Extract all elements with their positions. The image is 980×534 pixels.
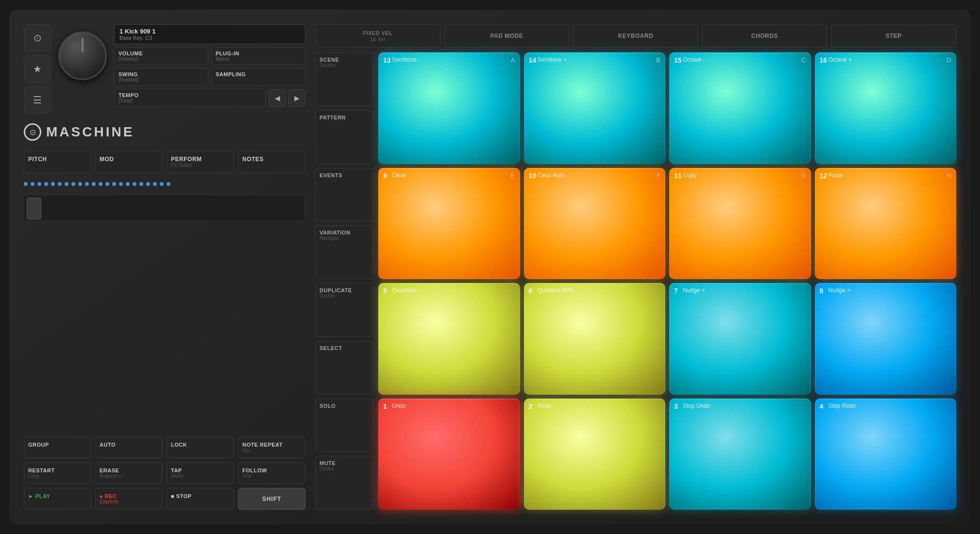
sampling-button[interactable]: SAMPLING [211, 68, 305, 86]
stop-button[interactable]: ■ STOP [167, 488, 234, 510]
duplicate-button[interactable]: DUPLICATE Double [315, 283, 373, 337]
fixed-vel-button[interactable]: FIXED VEL 16 Vel [315, 24, 440, 48]
logo-area: ⊙ MASCHINE [24, 123, 305, 141]
track-display: 1 Kick 909 1 Base Key: C3 [114, 24, 305, 44]
dot-19 [146, 182, 150, 186]
pad-5[interactable]: 5 Quantize [378, 283, 520, 395]
maschine-device: ⊙ ★ ☰ 1 Kick 909 1 Base Key: C3 VOLUME [… [9, 10, 971, 524]
dot-13 [105, 182, 109, 186]
logo-icon: ⊙ [24, 123, 41, 141]
solo-button[interactable]: SOLO [315, 399, 373, 452]
dot-8 [71, 182, 75, 186]
pad-14[interactable]: 14 Semitone + B [524, 52, 666, 164]
notes-button[interactable]: NOTES [238, 150, 305, 173]
dot-2 [31, 182, 34, 186]
chords-button[interactable]: CHORDS [702, 24, 828, 48]
pad-16[interactable]: 16 Octave + D [815, 52, 957, 164]
function-buttons: PITCH MOD PERFORM FX Select NOTES [24, 150, 305, 173]
pad-15[interactable]: 15 Octave - C [669, 52, 811, 164]
tempo-down-button[interactable]: ◀ [269, 89, 286, 107]
perform-button[interactable]: PERFORM FX Select [167, 150, 234, 173]
pattern-button[interactable]: PATTERN [315, 110, 373, 164]
right-panel: FIXED VEL 16 Vel PAD MODE KEYBOARD CHORD… [315, 24, 956, 510]
top-controls: ⊙ ★ ☰ 1 Kick 909 1 Base Key: C3 VOLUME [… [24, 24, 305, 114]
pad-11[interactable]: 11 Copy G [669, 168, 811, 280]
group-button[interactable]: GROUP [24, 436, 91, 458]
slider-area[interactable] [24, 195, 305, 221]
tempo-button[interactable]: TEMPO [Tune] [114, 89, 266, 107]
dot-12 [99, 182, 102, 186]
plugin-button[interactable]: PLUG-IN Macro [211, 47, 305, 65]
section-buttons: SCENE Section PATTERN EVENTS VARIATION N… [315, 52, 373, 510]
events-button[interactable]: EVENTS [315, 168, 373, 222]
variation-button[interactable]: VARIATION Navigate [315, 225, 373, 279]
note-repeat-button[interactable]: NOTE REPEAT Arp [238, 436, 305, 458]
dot-14 [112, 182, 116, 186]
keyboard-button[interactable]: KEYBOARD [573, 24, 698, 48]
auto-button[interactable]: AUTO [95, 436, 163, 458]
star-button[interactable]: ★ [24, 55, 51, 83]
pad-12[interactable]: 12 Paste H [815, 168, 957, 280]
dot-17 [133, 182, 136, 186]
follow-button[interactable]: FOLLOW Grid [238, 462, 305, 484]
rec-button[interactable]: ● REC Count-In [95, 488, 163, 510]
tempo-row: TEMPO [Tune] ◀ ▶ [114, 89, 305, 107]
mod-button[interactable]: MOD [95, 150, 163, 173]
dot-1 [24, 182, 28, 186]
step-button[interactable]: STEP [831, 24, 956, 48]
param-row-2: SWING [Position] SAMPLING [114, 68, 305, 86]
left-panel: ⊙ ★ ☰ 1 Kick 909 1 Base Key: C3 VOLUME [… [24, 24, 305, 510]
dot-20 [153, 182, 157, 186]
swing-button[interactable]: SWING [Position] [114, 68, 208, 86]
restart-button[interactable]: RESTART Loop [24, 462, 91, 484]
slider-thumb [27, 198, 41, 219]
pad-13[interactable]: 13 Semitone - A [378, 52, 520, 164]
shift-button[interactable]: SHIFT [238, 488, 305, 510]
pad-6[interactable]: 6 Quantize 50% [524, 283, 666, 395]
loop-button[interactable]: ⊙ [24, 24, 51, 51]
side-buttons: ⊙ ★ ☰ [24, 24, 51, 114]
tempo-up-button[interactable]: ▶ [288, 89, 305, 107]
dot-15 [119, 182, 123, 186]
pad-1[interactable]: 1 Undo [378, 399, 520, 510]
pitch-button[interactable]: PITCH [24, 150, 91, 173]
logo-text: MASCHINE [46, 124, 134, 140]
pad-mode-button[interactable]: PAD MODE [444, 24, 570, 48]
dot-22 [167, 182, 170, 186]
dot-5 [51, 182, 55, 186]
search-button[interactable]: ☰ [24, 86, 51, 114]
pad-grid: 13 Semitone - A 14 Semitone + B 15 Octav… [378, 52, 956, 510]
dot-21 [160, 182, 164, 186]
volume-button[interactable]: VOLUME [Velocity] [114, 47, 208, 65]
dot-16 [126, 182, 130, 186]
dot-11 [92, 182, 96, 186]
mode-buttons: FIXED VEL 16 Vel PAD MODE KEYBOARD CHORD… [315, 24, 956, 48]
mute-button[interactable]: MUTE Choke [315, 456, 373, 510]
play-button[interactable]: ► PLAY [24, 488, 91, 510]
main-knob[interactable] [58, 32, 107, 80]
lock-button[interactable]: LOCK [167, 436, 234, 458]
pad-7[interactable]: 7 Nudge < [669, 283, 811, 395]
dot-7 [65, 182, 68, 186]
dot-18 [139, 182, 143, 186]
pad-2[interactable]: 2 Redo [524, 399, 666, 510]
base-key: Base Key: C3 [119, 35, 300, 41]
pad-8[interactable]: 8 Nudge > [815, 283, 957, 395]
pad-10[interactable]: 10 Clear Auto F [524, 168, 666, 280]
pad-9[interactable]: 9 Clear E [378, 168, 520, 280]
scene-button[interactable]: SCENE Section [315, 52, 373, 106]
main-knob-area [56, 29, 109, 83]
display-area: 1 Kick 909 1 Base Key: C3 VOLUME [Veloci… [114, 24, 305, 107]
dot-4 [44, 182, 48, 186]
dot-3 [37, 182, 41, 186]
dot-10 [85, 182, 89, 186]
pad-4[interactable]: 4 Step Redo [815, 399, 957, 510]
param-row-1: VOLUME [Velocity] PLUG-IN Macro [114, 47, 305, 65]
erase-button[interactable]: ERASE Replace ⊔ [95, 462, 163, 484]
tap-button[interactable]: TAP Metro [167, 462, 234, 484]
pad-3[interactable]: 3 Step Undo [669, 399, 811, 510]
pad-section: SCENE Section PATTERN EVENTS VARIATION N… [315, 52, 956, 510]
tempo-arrows: ◀ ▶ [269, 89, 305, 107]
select-button[interactable]: SELECT [315, 341, 373, 395]
btn-row-playback: ► PLAY ● REC Count-In ■ STOP SHIFT [24, 488, 305, 510]
